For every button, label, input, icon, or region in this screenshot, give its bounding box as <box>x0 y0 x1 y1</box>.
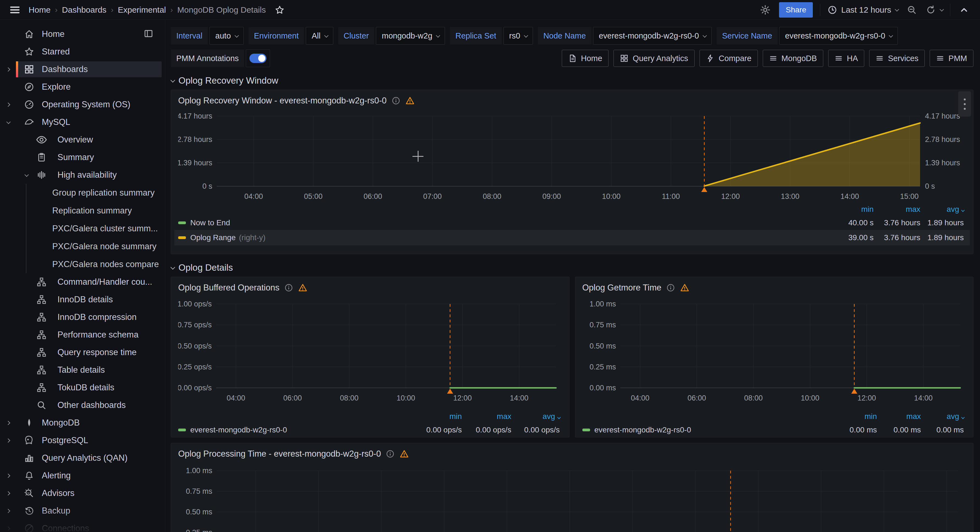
sidebar-item-command-handler-counters[interactable]: Command/Handler cou... <box>0 273 165 291</box>
breadcrumb-experimental[interactable]: Experimental <box>118 5 166 14</box>
quicklink-query-analytics-button[interactable]: Query Analytics <box>614 50 694 67</box>
sidebar-item-postgresql[interactable]: PostgreSQL <box>0 432 165 449</box>
chevron-right-icon[interactable] <box>6 526 10 530</box>
info-icon[interactable] <box>666 284 675 292</box>
warning-icon[interactable] <box>680 283 689 292</box>
sidebar-item-connections[interactable]: Connections <box>0 519 165 532</box>
collapse-controls-caret-up-icon[interactable] <box>958 3 970 16</box>
panel-title[interactable]: Oplog Processing Time - everest-mongodb-… <box>178 449 381 459</box>
sidebar-item-home[interactable]: Home <box>0 25 165 43</box>
oplog-getmore-time-chart[interactable]: 04:0006:0008:0010:0012:0014:001.00 ms0.7… <box>582 296 966 408</box>
sidebar-item-query-analytics-qan[interactable]: Query Analytics (QAN) <box>0 449 165 467</box>
share-button[interactable]: Share <box>779 2 813 18</box>
series-name[interactable]: Oplog Range <box>190 233 235 242</box>
breadcrumb-dashboards[interactable]: Dashboards <box>62 5 107 14</box>
chevron-right-icon[interactable] <box>6 509 10 513</box>
sidebar-item-backup[interactable]: Backup <box>0 502 165 519</box>
chevron-right-icon[interactable] <box>6 421 10 425</box>
filter-replica-set-value[interactable]: rs0 <box>503 27 533 45</box>
chevron-right-icon[interactable] <box>6 438 10 443</box>
warning-icon[interactable] <box>399 449 409 459</box>
sidebar-item-replication-summary[interactable]: Replication summary <box>26 202 165 220</box>
time-range-picker[interactable]: Last 12 hours <box>827 5 898 15</box>
chevron-right-icon[interactable] <box>6 67 10 72</box>
chevron-down-icon[interactable] <box>6 119 11 124</box>
legend-col-max[interactable]: max <box>873 205 920 214</box>
warning-icon[interactable] <box>298 283 307 292</box>
sidebar-item-performance-schema[interactable]: Performance schema <box>0 326 165 344</box>
quicklink-ha-button[interactable]: HA <box>828 50 864 67</box>
info-icon[interactable] <box>284 284 293 292</box>
zoom-out-icon[interactable] <box>905 3 918 16</box>
sidebar-item-query-response-time[interactable]: Query response time <box>0 344 165 361</box>
sidebar-item-innodb-compression[interactable]: InnoDB compression <box>0 308 165 326</box>
section-oplog-details[interactable]: Oplog Details <box>171 263 974 273</box>
legend-col-avg[interactable]: avg <box>921 412 964 421</box>
sidebar-item-innodb-details[interactable]: InnoDB details <box>0 291 165 308</box>
sidebar-item-group-replication-summary[interactable]: Group replication summary <box>26 184 165 202</box>
sidebar-item-pxc-galera-nodes-compare[interactable]: PXC/Galera nodes compare <box>26 255 165 273</box>
sidebar-item-pxc-galera-node-summary[interactable]: PXC/Galera node summary <box>26 237 165 255</box>
sidebar-item-advisors[interactable]: Advisors <box>0 484 165 502</box>
svg-text:0.25 ms: 0.25 ms <box>186 529 212 532</box>
sidebar-item-mysql-summary[interactable]: Summary <box>0 148 165 166</box>
sidebar-item-mysql-overview[interactable]: Overview <box>0 131 165 148</box>
series-name[interactable]: Now to End <box>190 218 230 227</box>
sidebar-item-pxc-galera-cluster-summary[interactable]: PXC/Galera cluster summ... <box>26 220 165 237</box>
info-icon[interactable] <box>386 449 395 458</box>
info-icon[interactable] <box>391 96 400 105</box>
legend-col-avg[interactable]: avg <box>511 412 560 421</box>
warning-icon[interactable] <box>405 96 415 105</box>
legend-col-max[interactable]: max <box>462 412 511 421</box>
panel-title[interactable]: Oplog Buffered Operations <box>178 283 279 293</box>
chevron-right-icon[interactable] <box>6 473 10 478</box>
sidebar-item-alerting[interactable]: Alerting <box>0 467 165 484</box>
quicklink-pmm-button[interactable]: PMM <box>930 50 974 67</box>
sidebar-item-mongodb[interactable]: MongoDB <box>0 414 165 432</box>
sidebar-item-mysql[interactable]: MySQL <box>0 113 165 131</box>
sidebar-item-other-dashboards[interactable]: Other dashboards <box>0 397 165 414</box>
panel-title[interactable]: Oplog Recovery Window - everest-mongodb-… <box>178 96 387 106</box>
chevron-right-icon[interactable] <box>6 491 10 495</box>
hamburger-menu-icon[interactable] <box>8 3 21 16</box>
oplog-buffered-operations-chart[interactable]: 04:0006:0008:0010:0012:0014:001.00 ops/s… <box>178 296 562 408</box>
filter-cluster-value[interactable]: mongodb-w2g <box>376 27 445 45</box>
series-name[interactable]: everest-mongodb-w2g-rs0-0 <box>190 425 287 434</box>
quicklink-services-button[interactable]: Services <box>869 50 925 67</box>
section-oplog-recovery-window[interactable]: Oplog Recovery Window <box>171 75 974 86</box>
refresh-control[interactable] <box>926 5 943 15</box>
chevron-right-icon[interactable] <box>6 102 10 107</box>
panel-title[interactable]: Oplog Getmore Time <box>582 283 662 293</box>
quicklink-home-button[interactable]: Home <box>562 50 609 67</box>
settings-gear-icon[interactable] <box>759 3 772 16</box>
quicklink-compare-button[interactable]: Compare <box>700 50 758 67</box>
sidebar-item-operating-system[interactable]: Operating System (OS) <box>0 96 165 113</box>
breadcrumb-home[interactable]: Home <box>29 5 51 14</box>
oplog-recovery-window-chart[interactable]: 04:0005:0006:0007:0008:0009:0010:0011:00… <box>178 109 966 201</box>
sidebar-item-explore[interactable]: Explore <box>0 78 165 96</box>
sidebar-item-tokudb-details[interactable]: TokuDB details <box>0 379 165 397</box>
sidebar-item-table-details[interactable]: Table details <box>0 361 165 379</box>
pmm-annotations-toggle[interactable] <box>246 49 270 67</box>
oplog-processing-time-chart[interactable]: 04:0005:0006:0007:0008:0009:0010:0011:00… <box>178 462 966 532</box>
sidebar-item-starred[interactable]: Starred <box>0 43 165 61</box>
favorite-star-icon[interactable] <box>273 3 286 16</box>
filter-service-name-value[interactable]: everest-mongodb-w2g-rs0-0 <box>779 27 898 45</box>
legend-col-max[interactable]: max <box>877 412 921 421</box>
filter-interval-value[interactable]: auto <box>210 27 243 45</box>
chevron-down-icon[interactable] <box>24 172 29 177</box>
legend-col-min[interactable]: min <box>412 412 462 421</box>
legend-col-min[interactable]: min <box>833 412 877 421</box>
breadcrumb-current-page: MongoDB Oplog Details <box>177 5 266 14</box>
series-name[interactable]: everest-mongodb-w2g-rs0-0 <box>595 425 691 434</box>
sidebar-item-dashboards[interactable]: Dashboards <box>0 61 165 78</box>
legend-col-avg[interactable]: avg <box>920 205 964 214</box>
filter-node-name-value[interactable]: everest-mongodb-w2g-rs0-0 <box>593 27 712 45</box>
filter-environment-value[interactable]: All <box>306 27 333 45</box>
legend-col-min[interactable]: min <box>827 205 873 214</box>
sidebar-item-mysql-high-availability[interactable]: High availability <box>0 166 165 184</box>
panel-menu-kebab-icon[interactable] <box>958 91 971 116</box>
quicklink-mongodb-button[interactable]: MongoDB <box>763 50 823 67</box>
sidebar-collapse-icon[interactable] <box>143 29 153 40</box>
mongodb-leaf-icon <box>23 417 35 429</box>
